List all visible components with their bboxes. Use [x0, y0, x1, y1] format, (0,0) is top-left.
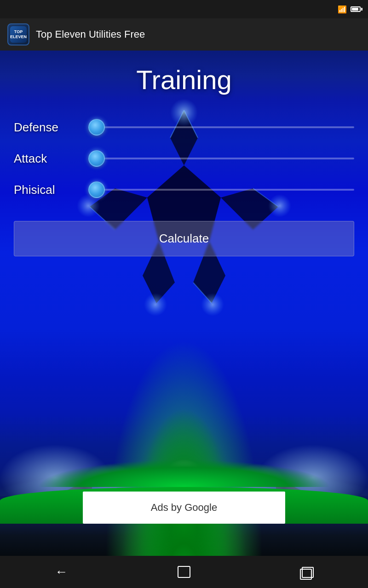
app-bar: TOPELEVEN Top Eleven Utilities Free	[0, 18, 368, 51]
defense-label: Defense	[14, 120, 87, 135]
phisical-slider-container[interactable]	[97, 181, 354, 199]
phisical-row: Phisical	[14, 181, 354, 199]
app-title: Top Eleven Utilities Free	[36, 28, 145, 40]
recent-apps-button[interactable]	[293, 563, 321, 581]
battery-icon	[351, 6, 362, 12]
phisical-track	[97, 189, 354, 191]
content-overlay: Training Defense Attack Phisical	[0, 51, 368, 556]
back-icon: ←	[55, 565, 68, 579]
attack-thumb[interactable]	[88, 150, 105, 167]
calculate-button[interactable]: Calculate	[14, 221, 354, 256]
page-title: Training	[14, 64, 354, 95]
app-icon: TOPELEVEN	[7, 23, 29, 45]
main-content: Training Defense Attack Phisical	[0, 51, 368, 556]
attack-slider-container[interactable]	[97, 149, 354, 168]
recent-apps-icon	[300, 566, 314, 578]
status-bar: 📶	[0, 0, 368, 18]
back-button[interactable]: ←	[47, 563, 75, 581]
home-icon	[178, 566, 190, 578]
attack-track	[97, 158, 354, 159]
home-button[interactable]	[170, 563, 198, 581]
phisical-label: Phisical	[14, 183, 87, 197]
ads-banner: Ads by Google	[83, 492, 285, 524]
wifi-icon: 📶	[338, 5, 347, 14]
app-icon-inner: TOPELEVEN	[10, 26, 27, 43]
attack-label: Attack	[14, 152, 87, 166]
defense-slider-container[interactable]	[97, 118, 354, 136]
defense-track	[97, 126, 354, 128]
ads-text: Ads by Google	[151, 502, 217, 514]
attack-row: Attack	[14, 149, 354, 168]
defense-row: Defense	[14, 118, 354, 136]
phisical-thumb[interactable]	[88, 181, 105, 198]
nav-bar: ←	[0, 556, 368, 588]
defense-thumb[interactable]	[88, 119, 105, 136]
